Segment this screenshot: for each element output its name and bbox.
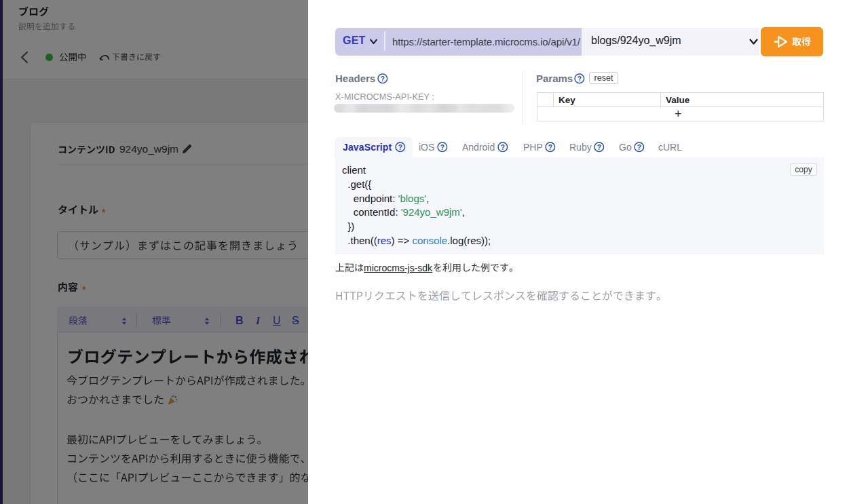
svg-text:?: ? [501,143,505,151]
svg-text:?: ? [380,75,384,82]
svg-text:?: ? [440,143,445,151]
svg-text:?: ? [637,143,641,151]
svg-text:?: ? [398,143,402,151]
svg-text:?: ? [597,143,601,151]
svg-text:?: ? [548,143,552,151]
svg-text:?: ? [578,75,582,82]
